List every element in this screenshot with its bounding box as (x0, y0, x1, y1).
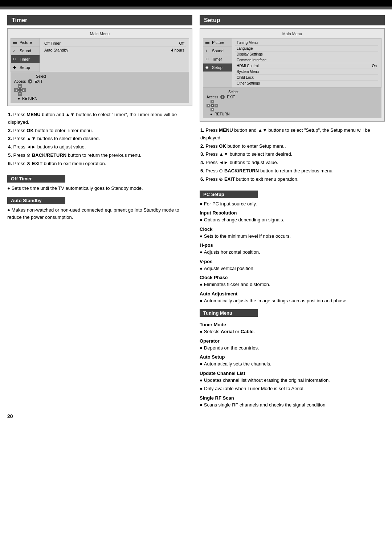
pc-setup-header: PC Setup (200, 191, 258, 198)
setup-return-label: RETURN (215, 112, 230, 116)
auto-standby-header: Auto Standby (7, 197, 65, 204)
setup-exit-btn: ● (220, 95, 225, 99)
setup-bottom-dpad-row: ▲ ◄●► ▼ (207, 100, 378, 111)
setup-right-item-3: Common Interface (235, 57, 378, 63)
setup-instr-2: 2. Press OK button to enter Setup menu. (200, 143, 385, 150)
clock-phase-heading: Clock Phase (200, 275, 385, 280)
setup-right-item-0: Tuning Menu (235, 40, 378, 46)
timer-exit-label: EXIT (34, 79, 42, 83)
setup-right-value-4: On (372, 64, 377, 68)
pc-setup-intro: ●For PC input source only. (200, 200, 385, 208)
timer-dpad: ▲ ◄●► ▼ (14, 84, 26, 96)
setup-menu-label-picture: Picture (212, 40, 224, 45)
auto-adjustment-bullet: ●Automatically adjusts the image setting… (200, 297, 385, 304)
setup-right-item-5: System Menu (235, 69, 378, 75)
setup-menu-item-sound: ♪ Sound (203, 47, 232, 55)
timer-bottom-return-row: ● RETURN (14, 97, 185, 101)
page-number: 20 (7, 413, 385, 419)
timer-section-header: Timer (7, 15, 192, 25)
setup-picture-icon: ▬ (205, 40, 211, 45)
single-rf-bullet: ●Scans single RF channels and checks the… (200, 401, 385, 409)
timer-instr-3: 3. Press ▲▼ buttons to select item desir… (8, 135, 192, 143)
setup-right-label-7: Other Settings (237, 81, 260, 85)
setup-exit-label: EXIT (227, 95, 235, 99)
timer-right-item-1: Auto Standby 4 hours (43, 47, 186, 53)
setup-menu-item-timer: ⊙ Timer (203, 55, 232, 64)
setup-timer-icon: ⊙ (205, 57, 211, 62)
setup-right-label-3: Common Interface (237, 58, 266, 62)
off-timer-bullet: ●Sets the time until the TV automaticall… (7, 185, 192, 192)
auto-adjustment-heading: Auto Adjustment (200, 291, 385, 297)
timer-menu-box: Main Menu ▬ Picture ♪ Sound ⊙ T (7, 28, 192, 106)
off-timer-bullet-dot: ● (7, 185, 10, 191)
setup-menu-right: Tuning Menu Language Display Settings Co… (232, 38, 381, 87)
tuner-mode-heading: Tuner Mode (200, 322, 385, 327)
setup-instr-6: 6. Press ⊗ EXIT button to exit menu oper… (200, 176, 385, 183)
update-channel-heading: Update Channel List (200, 371, 385, 376)
timer-instr-5: 5. Press ⊙ BACK/RETURN button to return … (8, 152, 192, 159)
timer-menu-left: ▬ Picture ♪ Sound ⊙ Timer ◆ (11, 38, 40, 72)
setup-instr-5: 5. Press ⊙ BACK/RETURN button to return … (200, 167, 385, 175)
timer-menu-title: Main Menu (11, 32, 189, 36)
input-resolution-bullet: ●Options change depending on signals. (200, 216, 385, 224)
timer-return-label: RETURN (22, 97, 37, 101)
timer-menu-item-timer: ⊙ Timer (11, 55, 40, 64)
setup-menu-label-setup: Setup (212, 65, 222, 70)
timer-instructions: 1. Press MENU button and ▲▼ buttons to s… (7, 111, 192, 168)
timer-instr-1: 1. Press MENU button and ▲▼ buttons to s… (8, 111, 192, 126)
operator-bullet: ●Depends on the countries. (200, 344, 385, 352)
setup-right-label-5: System Menu (237, 70, 259, 74)
timer-select-label: Select (36, 74, 46, 78)
setup-right-label-2: Display Settings (237, 52, 263, 56)
setup-menu-label-sound: Sound (212, 49, 224, 53)
setup-right-item-4: HDMI Control On (235, 63, 378, 69)
timer-bottom-access-row: Access ● EXIT (14, 79, 185, 83)
timer-right-value-0: Off (179, 41, 184, 45)
timer-bottom-dpad-row: ▲ ◄●► ▼ (14, 84, 185, 96)
timer-menu-label-setup: Setup (20, 65, 30, 70)
auto-standby-bullet-dot: ● (7, 207, 10, 213)
vpos-bullet: ●Adjusts vertical position. (200, 265, 385, 272)
timer-instr-4: 4. Press ◄► buttons to adjust value. (8, 143, 192, 151)
auto-standby-bullet: ●Makes non-watched or non-used connected… (7, 207, 192, 221)
setup-right-item-1: Language (235, 46, 378, 52)
top-bar-black (0, 0, 392, 7)
setup-right-item-7: Other Settings (235, 81, 378, 86)
setup-return-dot: ● (210, 112, 212, 116)
update-channel-bullet2: ●Only available when Tuner Mode is set t… (200, 385, 385, 392)
setup-menu-box: Main Menu ▬ Picture ♪ Sound ⊙ T (200, 28, 385, 122)
auto-setup-heading: Auto Setup (200, 354, 385, 360)
top-bar-gray (0, 7, 392, 9)
setup-right-label-0: Tuning Menu (237, 41, 258, 45)
operator-heading: Operator (200, 338, 385, 344)
setup-right-item-6: Child Lock (235, 75, 378, 81)
picture-icon: ▬ (13, 40, 18, 45)
setup-menu-title: Main Menu (203, 32, 381, 36)
setup-menu-label-timer: Timer (212, 57, 222, 61)
setup-section: Setup Main Menu ▬ Picture ♪ Sound (200, 15, 385, 410)
timer-section: Timer Main Menu ▬ Picture ♪ Sound (7, 15, 192, 410)
timer-menu-label-picture: Picture (20, 40, 32, 45)
timer-right-label-1: Auto Standby (44, 48, 68, 52)
setup-menu-item-picture: ▬ Picture (203, 38, 232, 47)
vpos-heading: V-pos (200, 259, 385, 264)
tuning-menu-header: Tuning Menu (200, 309, 258, 317)
setup-dpad: ▲ ◄●► ▼ (207, 100, 218, 111)
setup-bottom-select-row: Select (207, 90, 378, 94)
setup-right-label-6: Child Lock (237, 75, 254, 79)
setup-instr-4: 4. Press ◄► buttons to adjust value. (200, 159, 385, 167)
hpos-heading: H-pos (200, 242, 385, 248)
setup-select-label: Select (228, 90, 238, 94)
timer-instr-6: 6. Press ⊗ EXIT button to exit menu oper… (8, 160, 192, 168)
timer-instr-2: 2. Press OK button to enter Timer menu. (8, 127, 192, 135)
setup-instr-3: 3. Press ▲▼ buttons to select item desir… (200, 151, 385, 158)
timer-right-value-1: 4 hours (171, 48, 184, 52)
timer-access-label: Access (14, 79, 26, 83)
setup-menu-left: ▬ Picture ♪ Sound ⊙ Timer ◆ (203, 38, 232, 87)
setup-instr-1: 1. Press MENU button and ▲▼ buttons to s… (200, 127, 385, 142)
setup-right-label-1: Language (237, 46, 253, 50)
setup-menu-inner: ▬ Picture ♪ Sound ⊙ Timer ◆ (203, 38, 381, 88)
timer-bottom-select-row: Select (14, 74, 185, 78)
timer-return-dot: ● (18, 97, 20, 101)
timer-icon: ⊙ (13, 57, 18, 62)
